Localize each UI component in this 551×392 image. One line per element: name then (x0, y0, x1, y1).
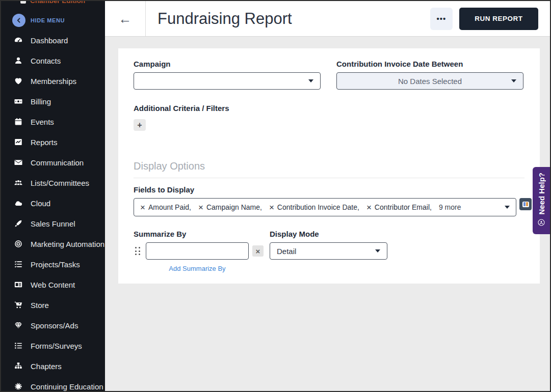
page-header: ← Fundraising Report ••• RUN REPORT (105, 1, 550, 37)
clear-summarize-button[interactable]: × (252, 245, 264, 257)
newspaper-icon (13, 280, 23, 290)
manage-columns-button[interactable] (519, 198, 532, 210)
summarize-by-input[interactable] (146, 242, 249, 260)
brand-logo-icon (20, 1, 26, 4)
field-chip: × Contributor Email, (366, 203, 432, 212)
section-divider (134, 178, 524, 178)
fields-to-display-select[interactable]: × Amount Paid, × Campaign Name, × Contri… (134, 198, 516, 216)
sidebar-item-web-content[interactable]: Web Content (1, 274, 105, 295)
rocket-icon (13, 219, 23, 229)
back-button[interactable]: ← (105, 1, 146, 36)
chevron-down-icon (375, 249, 380, 253)
display-mode-label: Display Mode (270, 230, 387, 238)
display-mode-select[interactable]: Detail (270, 242, 387, 260)
add-summarize-by-link[interactable]: Add Summarize By (169, 265, 225, 272)
heart-icon (13, 76, 23, 86)
dashboard-icon (13, 36, 23, 45)
need-help-label: Need Help? (537, 173, 546, 215)
person-icon (13, 56, 23, 66)
envelope-icon (13, 158, 23, 167)
sidebar-item-cloud[interactable]: Cloud (1, 193, 105, 213)
brand: Chamber Edition (1, 1, 105, 7)
sidebar-item-chapters[interactable]: Chapters (1, 356, 105, 376)
drag-handle-icon[interactable] (134, 247, 141, 255)
remove-chip-icon[interactable]: × (198, 203, 203, 212)
additional-criteria-label: Additional Criteria / Filters (134, 104, 524, 113)
sidebar-item-dashboard[interactable]: Dashboard (1, 30, 105, 50)
run-report-button[interactable]: RUN REPORT (459, 8, 538, 30)
need-help-tab[interactable]: Need Help? (533, 167, 550, 234)
sidebar-item-memberships[interactable]: Memberships (1, 71, 105, 91)
task-list-icon (13, 260, 23, 269)
sidebar-item-events[interactable]: Events (1, 111, 105, 132)
bullseye-icon (13, 239, 23, 249)
more-fields-count: 9 more (439, 203, 461, 211)
shopping-cart-icon (13, 300, 23, 310)
sidebar-item-contacts[interactable]: Contacts (1, 50, 105, 71)
support-person-icon (537, 218, 545, 229)
sidebar-item-billing[interactable]: Billing (1, 91, 105, 111)
ellipsis-icon: ••• (437, 14, 447, 23)
sidebar-item-marketing-automation[interactable]: Marketing Automation (1, 234, 105, 254)
hide-menu-label: HIDE MENU (31, 17, 65, 23)
columns-icon (522, 202, 529, 207)
certificate-seal-icon (13, 382, 23, 391)
summarize-by-label: Summarize By (134, 230, 264, 238)
field-chip: × Amount Paid, (140, 203, 191, 212)
money-bill-icon (13, 97, 23, 106)
cloud-icon (13, 199, 23, 208)
display-mode-value: Detail (277, 247, 296, 256)
chevron-down-icon (511, 79, 516, 82)
main-content: Campaign Contribution Invoice Date Betwe… (105, 37, 550, 391)
x-icon: × (256, 247, 260, 256)
chevron-down-icon (505, 206, 510, 209)
gem-icon (13, 321, 23, 330)
back-arrow-icon: ← (119, 12, 132, 25)
plus-icon: + (137, 121, 142, 129)
sidebar-item-lists-committees[interactable]: Lists/Committees (1, 173, 105, 193)
remove-chip-icon[interactable]: × (269, 203, 274, 212)
app-window: Chamber Edition HIDE MENU Dashboard Cont… (0, 0, 551, 392)
campaign-select[interactable] (134, 72, 321, 90)
sidebar: Chamber Edition HIDE MENU Dashboard Cont… (1, 1, 105, 391)
sidebar-nav: Dashboard Contacts Memberships Billing E… (1, 30, 105, 391)
sidebar-item-continuing-education[interactable]: Continuing Education (1, 376, 105, 391)
chart-line-icon (13, 137, 23, 147)
sidebar-item-reports[interactable]: Reports (1, 132, 105, 152)
sidebar-item-forms-surveys[interactable]: Forms/Surveys (1, 335, 105, 356)
display-options-heading: Display Options (134, 160, 524, 172)
field-chip: × Contribution Invoice Date, (269, 203, 359, 212)
chevron-down-icon (308, 79, 313, 82)
field-chip: × Campaign Name, (198, 203, 262, 212)
page-title: Fundraising Report (158, 10, 292, 28)
invoice-date-label: Contribution Invoice Date Between (336, 60, 523, 68)
sidebar-item-projects-tasks[interactable]: Projects/Tasks (1, 254, 105, 274)
sitemap-icon (13, 361, 23, 371)
report-criteria-card: Campaign Contribution Invoice Date Betwe… (118, 48, 540, 284)
sidebar-item-store[interactable]: Store (1, 295, 105, 315)
edition-label: Chamber Edition (30, 1, 85, 5)
calendar-icon (13, 117, 23, 127)
sidebar-item-sponsors-ads[interactable]: Sponsors/Ads (1, 315, 105, 335)
add-filter-button[interactable]: + (134, 119, 146, 131)
chevron-left-icon (12, 14, 25, 27)
more-options-button[interactable]: ••• (430, 8, 453, 30)
sidebar-item-communication[interactable]: Communication (1, 152, 105, 173)
bullet-list-icon (13, 341, 23, 351)
remove-chip-icon[interactable]: × (140, 203, 145, 212)
users-group-icon (13, 178, 23, 188)
hide-menu-button[interactable]: HIDE MENU (1, 14, 105, 27)
remove-chip-icon[interactable]: × (366, 203, 372, 212)
sidebar-item-sales-funnel[interactable]: Sales Funnel (1, 213, 105, 234)
invoice-date-value: No Dates Selected (398, 77, 462, 86)
campaign-label: Campaign (134, 60, 321, 68)
fields-to-display-label: Fields to Display (134, 185, 524, 194)
invoice-date-select[interactable]: No Dates Selected (336, 72, 523, 90)
